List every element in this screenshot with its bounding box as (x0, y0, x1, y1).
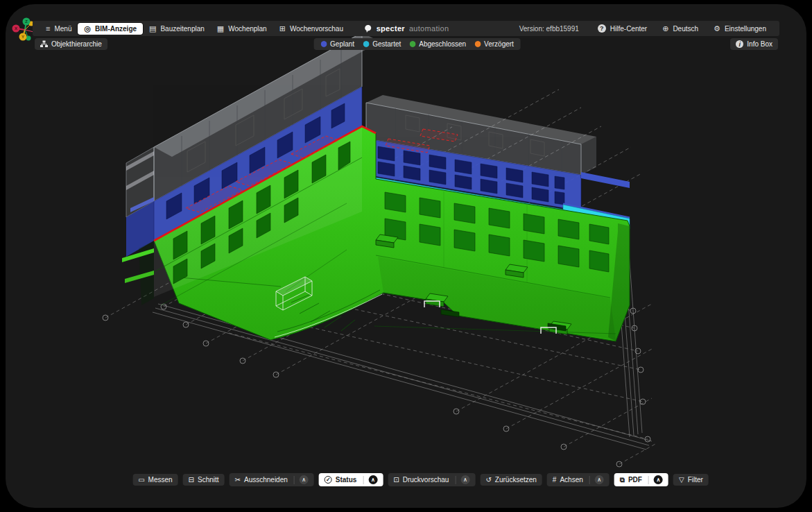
language-label: Deutsch (673, 25, 698, 33)
achsen-menu-badge[interactable]: ∧ (595, 475, 604, 484)
info-icon: i (736, 40, 743, 48)
version-label: Version: efbb15991 (515, 25, 589, 33)
help-center-button[interactable]: ? Hilfe-Center (591, 22, 653, 35)
settings-button[interactable]: ⚙ Einstellungen (707, 23, 772, 35)
gizmo-y-label: Y (21, 35, 24, 39)
legend-item-geplant: Geplant (320, 40, 354, 48)
building-model-canvas (6, 4, 806, 508)
button-label: Zurücksetzen (495, 476, 537, 484)
button-label: PDF (628, 476, 642, 484)
reset-icon: ↺ (485, 477, 491, 484)
axes-grid-icon: # (553, 477, 557, 484)
section-icon: ⊟ (189, 477, 194, 484)
ausschneiden-menu-badge[interactable]: ∧ (300, 475, 309, 484)
button-label: Druckvorschau (403, 476, 449, 484)
gestartet-dot (363, 41, 369, 47)
abgeschlossen-dot (409, 41, 415, 47)
button-label: Status (336, 476, 357, 484)
legend-label: Gestartet (372, 40, 401, 48)
achsen-button[interactable]: # Achsen ∧ (547, 473, 610, 486)
gear-icon: ⚙ (714, 25, 720, 33)
menu-button[interactable]: ≡ Menü (40, 23, 78, 35)
druckvorschau-menu-badge[interactable]: ∧ (460, 475, 469, 484)
legend-item-abgeschlossen: Abgeschlossen (409, 40, 466, 48)
printer-icon: ⊡ (393, 477, 399, 484)
button-label: Achsen (560, 476, 582, 484)
druckvorschau-button[interactable]: ⊡ Druckvorschau ∧ (388, 473, 475, 486)
brand-logo: specter automation (363, 24, 449, 33)
object-hierarchy-label: Objekthierarchie (51, 40, 102, 48)
divider (455, 476, 456, 484)
menu-label: Menü (54, 25, 71, 33)
top-toolbar: ≡ Menü ◎ BIM-Anzeige ▤ Bauzeitenplan ▦ W… (33, 21, 779, 36)
verzoegert-dot (474, 41, 481, 47)
legend-label: Geplant (330, 40, 354, 48)
language-button[interactable]: ⊕ Deutsch (656, 23, 705, 35)
brand-name: specter (377, 24, 405, 33)
gizmo-z-label: Z (25, 19, 28, 24)
pdf-button[interactable]: ⧉ PDF ∧ (614, 473, 668, 486)
bim-view-icon: ◎ (84, 25, 91, 33)
tab-label: Wochenplan (228, 25, 266, 33)
help-icon: ? (598, 24, 606, 33)
divider (648, 476, 649, 484)
divider (294, 476, 295, 484)
tab-label: BIM-Anzeige (95, 25, 137, 33)
button-label: Schnitt (198, 476, 219, 484)
scissors-icon: ✂ (235, 477, 241, 484)
settings-label: Einstellungen (725, 25, 766, 33)
tab-label: Bauzeitenplan (160, 25, 204, 33)
divider (363, 476, 363, 484)
geplant-dot (320, 41, 327, 47)
filter-funnel-icon: ▽ (679, 477, 684, 484)
ausschneiden-button[interactable]: ✂ Ausschneiden ∧ (230, 473, 314, 486)
button-label: Ausschneiden (244, 476, 288, 484)
legend-item-gestartet: Gestartet (363, 40, 401, 48)
legend-label: Verzögert (484, 40, 514, 48)
specter-logo-icon (363, 24, 372, 33)
object-hierarchy-button[interactable]: Objekthierarchie (35, 38, 107, 50)
zuruecksetzen-button[interactable]: ↺ Zurücksetzen (480, 474, 542, 486)
bottom-toolbar: ▭ Messen ⊟ Schnitt ✂ Ausschneiden ∧ ✓ St… (132, 473, 709, 486)
info-box-button[interactable]: i Info Box (730, 38, 778, 50)
globe-icon: ⊕ (662, 25, 668, 33)
status-button[interactable]: ✓ Status ∧ (319, 473, 383, 486)
pdf-menu-badge[interactable]: ∧ (654, 475, 663, 484)
week-preview-icon: ⊞ (279, 25, 286, 33)
hierarchy-tree-icon (40, 40, 48, 48)
tab-label: Wochenvorschau (290, 25, 343, 33)
button-label: Filter (688, 476, 703, 484)
button-label: Messen (148, 476, 173, 484)
tab-bim-anzeige[interactable]: ◎ BIM-Anzeige (78, 23, 143, 35)
tab-bauzeitenplan[interactable]: ▤ Bauzeitenplan (143, 23, 211, 35)
hamburger-menu-icon: ≡ (46, 25, 50, 33)
status-menu-badge[interactable]: ∧ (368, 475, 377, 484)
ruler-icon: ▭ (138, 477, 144, 484)
tab-wochenvorschau[interactable]: ⊞ Wochenvorschau (273, 23, 349, 35)
week-plan-icon: ▦ (217, 25, 224, 33)
help-label: Hilfe-Center (610, 25, 647, 33)
messen-button[interactable]: ▭ Messen (132, 474, 178, 486)
status-legend: Geplant Gestartet Abgeschlossen Verzöger… (313, 38, 521, 50)
gizmo-x-label: X (15, 26, 17, 31)
building-model (122, 33, 630, 341)
brand-suffix: automation (409, 24, 449, 33)
3d-viewport[interactable]: X Z Y (6, 4, 806, 508)
tab-wochenplan[interactable]: ▦ Wochenplan (211, 23, 273, 35)
filter-button[interactable]: ▽ Filter (673, 474, 709, 486)
divider (589, 476, 590, 484)
check-circle-icon: ✓ (325, 476, 332, 484)
legend-label: Abgeschlossen (419, 40, 466, 48)
app-window: X Z Y ≡ Menü ◎ BIM-Anzeige ▤ Bauzeitenpl… (6, 4, 806, 508)
info-box-label: Info Box (747, 40, 772, 48)
schedule-icon: ▤ (149, 25, 156, 33)
schnitt-button[interactable]: ⊟ Schnitt (183, 474, 225, 486)
pdf-document-icon: ⧉ (620, 477, 625, 484)
legend-item-verzoegert: Verzögert (474, 40, 514, 48)
